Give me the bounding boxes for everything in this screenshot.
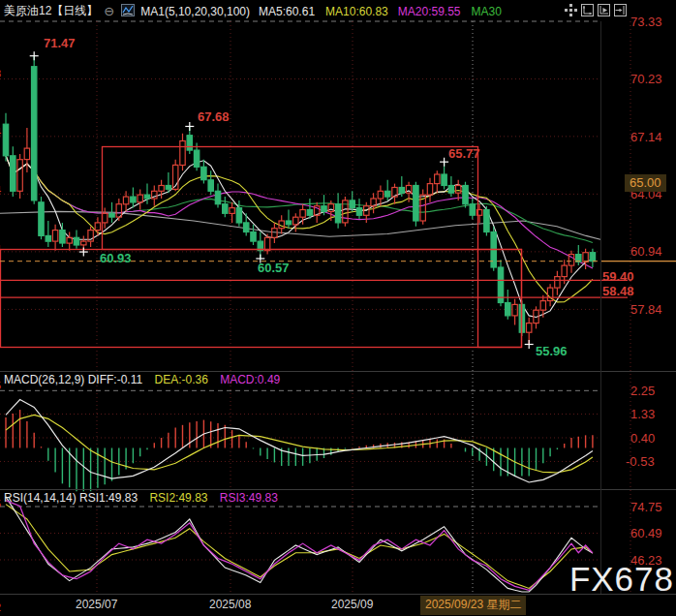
goto-latest-icon[interactable] bbox=[614, 3, 627, 15]
chart-toolbar bbox=[565, 3, 627, 15]
pan-axis-icon[interactable] bbox=[598, 3, 610, 15]
chart-window: 美原油12【日线】 ⊖ MA1(5,10,20,30,100) MA5:60.6… bbox=[0, 0, 676, 616]
crosshair-tool-icon[interactable] bbox=[565, 3, 577, 15]
collapse-icon[interactable]: ⊖ bbox=[104, 4, 114, 18]
chart-canvas[interactable] bbox=[0, 0, 676, 616]
zoom-axis-icon[interactable] bbox=[581, 3, 594, 15]
